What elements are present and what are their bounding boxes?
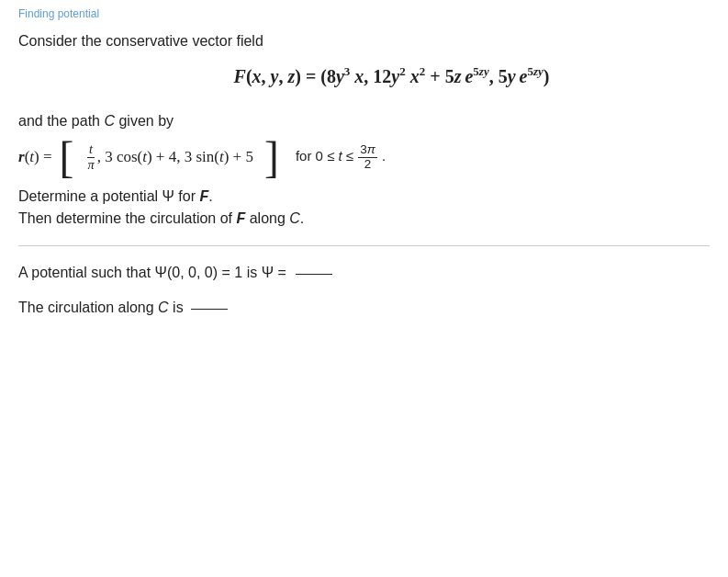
circulation-blank [191,306,228,310]
answer-section: A potential such that Ψ(0, 0, 0) = 1 is … [18,265,710,316]
finding-potential-label: Finding potential [18,7,710,20]
intro-text: Consider the conservative vector field [18,33,710,50]
potential-blank [296,271,332,275]
determine-text-1: Determine a potential Ψ for F. [18,188,710,205]
divider [18,245,710,246]
field-formula: F(x, y, z) = (8y3 x, 12y2 x2 + 5z e5zy, … [73,66,710,87]
circulation-answer-line: The circulation along C is [18,300,710,316]
potential-answer-line: A potential such that Ψ(0, 0, 0) = 1 is … [18,265,710,281]
determine-text-2: Then determine the circulation of F alon… [18,210,710,227]
path-formula: r(t) = [ t π , 3 cos(t) + 4, 3 sin(t) + … [18,139,710,175]
path-intro-text: and the path C given by [18,113,710,130]
